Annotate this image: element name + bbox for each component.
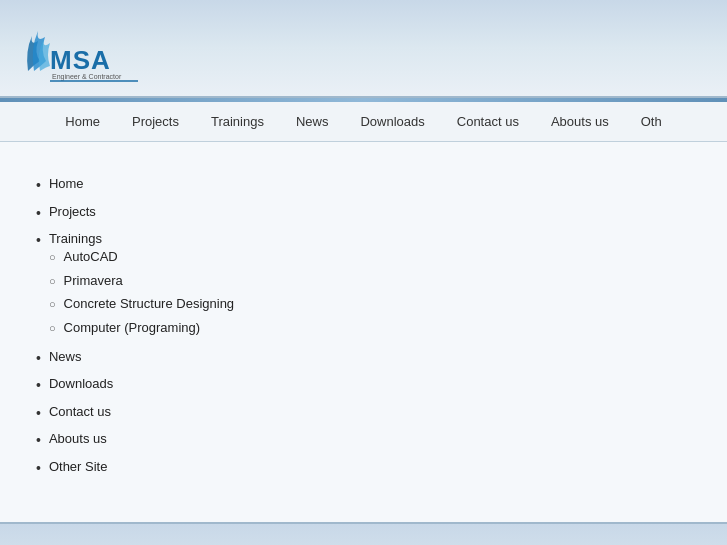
sidebar-news-label[interactable]: News xyxy=(49,349,82,364)
sidebar-contact-label[interactable]: Contact us xyxy=(49,404,111,419)
sidebar-home-label[interactable]: Home xyxy=(49,176,84,191)
nav-projects[interactable]: Projects xyxy=(116,110,195,133)
trainings-block: Trainings AutoCAD Primavera Concrete Str… xyxy=(49,231,234,340)
nav-downloads[interactable]: Downloads xyxy=(344,110,440,133)
nav-trainings[interactable]: Trainings xyxy=(195,110,280,133)
sidebar-list: Home Projects Trainings AutoCAD Primaver… xyxy=(30,172,234,483)
autocad-label[interactable]: AutoCAD xyxy=(64,249,118,264)
primavera-label[interactable]: Primavera xyxy=(64,273,123,288)
sidebar-projects-label[interactable]: Projects xyxy=(49,204,96,219)
sidebar-item-other-site: Other Site xyxy=(30,455,234,483)
sidebar-trainings-label[interactable]: Trainings xyxy=(49,231,234,246)
svg-text:Engineer & Contractor: Engineer & Contractor xyxy=(52,73,122,81)
computer-label[interactable]: Computer (Programing) xyxy=(64,320,201,335)
sidebar: Home Projects Trainings AutoCAD Primaver… xyxy=(30,162,234,502)
sidebar-item-news: News xyxy=(30,345,234,373)
concrete-label[interactable]: Concrete Structure Designing xyxy=(64,296,235,311)
sidebar-item-computer: Computer (Programing) xyxy=(49,317,234,341)
navbar: Home Projects Trainings News Downloads C… xyxy=(0,102,727,142)
sidebar-item-contact-us: Contact us xyxy=(30,400,234,428)
svg-text:MSA: MSA xyxy=(50,45,111,75)
nav-contact-us[interactable]: Contact us xyxy=(441,110,535,133)
sidebar-abouts-label[interactable]: Abouts us xyxy=(49,431,107,446)
nav-other[interactable]: Oth xyxy=(625,110,678,133)
sidebar-item-concrete: Concrete Structure Designing xyxy=(49,293,234,317)
main-content: Home Projects Trainings AutoCAD Primaver… xyxy=(0,142,727,522)
sidebar-item-projects: Projects xyxy=(30,200,234,228)
logo-area: MSA Engineer & Contractor xyxy=(20,11,140,86)
header: MSA Engineer & Contractor xyxy=(0,0,727,98)
footer xyxy=(0,522,727,545)
sidebar-downloads-label[interactable]: Downloads xyxy=(49,376,113,391)
sidebar-other-label[interactable]: Other Site xyxy=(49,459,108,474)
logo-svg: MSA Engineer & Contractor xyxy=(20,11,140,86)
nav-abouts-us[interactable]: Abouts us xyxy=(535,110,625,133)
sidebar-item-primavera: Primavera xyxy=(49,270,234,294)
trainings-sub-list: AutoCAD Primavera Concrete Structure Des… xyxy=(49,246,234,340)
nav-home[interactable]: Home xyxy=(49,110,116,133)
sidebar-item-home: Home xyxy=(30,172,234,200)
sidebar-item-trainings: Trainings AutoCAD Primavera Concrete Str… xyxy=(30,227,234,344)
sidebar-item-autocad: AutoCAD xyxy=(49,246,234,270)
nav-news[interactable]: News xyxy=(280,110,345,133)
sidebar-item-downloads: Downloads xyxy=(30,372,234,400)
sidebar-item-abouts-us: Abouts us xyxy=(30,427,234,455)
